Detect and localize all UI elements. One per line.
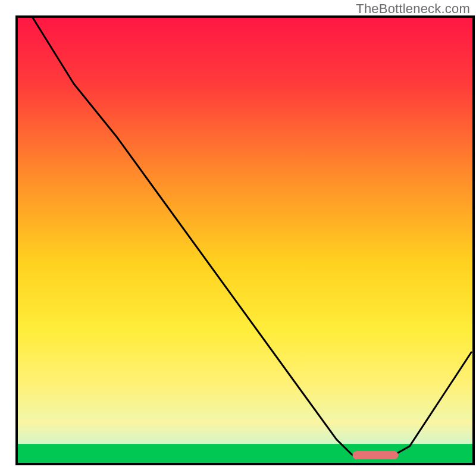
gradient-background [17, 17, 474, 464]
green-band [17, 444, 474, 464]
chart-plot [0, 0, 476, 476]
chart-container: TheBottleneck.com [0, 0, 476, 476]
optimal-marker [352, 451, 398, 459]
pale-band [17, 419, 474, 444]
watermark-text: TheBottleneck.com [356, 1, 470, 17]
